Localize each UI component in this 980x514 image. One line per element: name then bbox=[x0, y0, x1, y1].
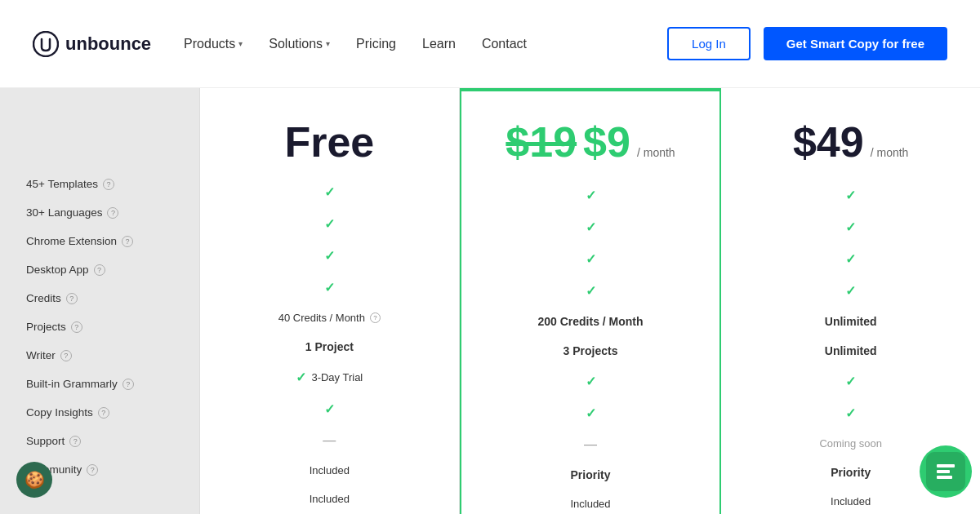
products-chevron-icon: ▾ bbox=[238, 39, 243, 48]
check-icon: ✓ bbox=[324, 216, 335, 232]
check-icon: ✓ bbox=[845, 219, 856, 235]
templates-help-icon[interactable]: ? bbox=[103, 179, 114, 190]
starter-projects: 3 Projects bbox=[481, 336, 701, 366]
check-icon: ✓ bbox=[845, 283, 856, 299]
starter-support: Priority bbox=[481, 460, 701, 490]
main-nav: Products ▾ Solutions ▾ Pricing Learn Con… bbox=[184, 37, 667, 51]
support-help-icon[interactable]: ? bbox=[69, 436, 81, 447]
starter-insights: — bbox=[481, 429, 701, 460]
desktop-help-icon[interactable]: ? bbox=[94, 264, 105, 276]
pro-check-languages: ✓ bbox=[741, 211, 960, 243]
check-icon: ✓ bbox=[845, 188, 856, 203]
starter-grammarly: ✓ bbox=[481, 397, 701, 429]
header-actions: Log In Get Smart Copy for free bbox=[667, 27, 947, 60]
check-icon: ✓ bbox=[845, 251, 856, 267]
starter-writer: ✓ bbox=[481, 366, 701, 397]
feature-writer: Writer ? bbox=[26, 341, 180, 370]
cookie-consent-button[interactable]: 🍪 bbox=[16, 462, 52, 498]
free-check-templates: ✓ bbox=[220, 176, 439, 208]
starter-check-chrome: ✓ bbox=[481, 243, 701, 275]
free-projects: 1 Project bbox=[220, 332, 439, 361]
projects-help-icon[interactable]: ? bbox=[71, 321, 82, 333]
pro-projects: Unlimited bbox=[741, 336, 960, 366]
free-features: ✓ ✓ ✓ ✓ 40 Credits / Month ? bbox=[220, 176, 439, 513]
pro-price: $49 bbox=[793, 117, 864, 166]
feature-grammarly: Built-in Grammarly ? bbox=[26, 370, 180, 398]
starter-check-languages: ✓ bbox=[481, 211, 701, 243]
feature-support: Support ? bbox=[26, 427, 180, 455]
grammarly-help-icon[interactable]: ? bbox=[122, 379, 134, 390]
highlight-border bbox=[461, 88, 720, 91]
header: unbounce Products ▾ Solutions ▾ Pricing … bbox=[0, 0, 980, 88]
feature-templates: 45+ Templates ? bbox=[26, 170, 180, 198]
svg-point-0 bbox=[33, 32, 58, 56]
feature-desktop-app: Desktop App ? bbox=[26, 255, 180, 284]
svg-rect-3 bbox=[937, 476, 952, 479]
pro-grammarly: ✓ bbox=[741, 397, 960, 429]
pro-credits: Unlimited bbox=[741, 307, 960, 336]
starter-check-templates: ✓ bbox=[481, 179, 701, 211]
starter-community: Included bbox=[481, 490, 701, 514]
feature-credits: Credits ? bbox=[26, 284, 180, 312]
nav-solutions[interactable]: Solutions ▾ bbox=[269, 37, 330, 51]
free-support: Included bbox=[220, 456, 439, 485]
check-icon: ✓ bbox=[324, 401, 335, 417]
widget-svg-icon bbox=[934, 460, 957, 483]
plan-free: Free ✓ ✓ ✓ ✓ 40 Credits / Month ? bbox=[200, 88, 460, 514]
trial-check-icon: ✓ bbox=[296, 370, 306, 385]
logo[interactable]: unbounce bbox=[33, 31, 151, 57]
languages-help-icon[interactable]: ? bbox=[107, 207, 118, 219]
feature-projects: Projects ? bbox=[26, 312, 180, 341]
chrome-help-icon[interactable]: ? bbox=[122, 236, 133, 247]
free-credits: 40 Credits / Month ? bbox=[220, 304, 439, 332]
check-icon: ✓ bbox=[845, 374, 856, 389]
feature-chrome-extension: Chrome Extension ? bbox=[26, 227, 180, 255]
feature-copy-insights: Copy Insights ? bbox=[26, 398, 180, 427]
check-icon: ✓ bbox=[324, 248, 335, 264]
pricing-section: 45+ Templates ? 30+ Languages ? Chrome E… bbox=[0, 88, 980, 514]
free-community: Included bbox=[220, 485, 439, 513]
starter-check-desktop: ✓ bbox=[481, 275, 701, 307]
check-icon: ✓ bbox=[586, 219, 596, 235]
plan-starter: $19 $9 / month ✓ ✓ ✓ ✓ bbox=[460, 88, 722, 514]
pro-per-month: / month bbox=[871, 146, 909, 159]
pro-price-container: $49 / month bbox=[793, 117, 908, 166]
nav-contact[interactable]: Contact bbox=[482, 37, 527, 51]
free-credits-help-icon[interactable]: ? bbox=[370, 312, 381, 323]
solutions-chevron-icon: ▾ bbox=[326, 39, 330, 48]
writer-help-icon[interactable]: ? bbox=[60, 350, 72, 361]
community-help-icon[interactable]: ? bbox=[87, 464, 98, 476]
starter-features: ✓ ✓ ✓ ✓ 200 Credits / Month 3 Projects bbox=[481, 179, 701, 514]
free-check-desktop: ✓ bbox=[220, 272, 439, 304]
check-icon: ✓ bbox=[586, 405, 596, 421]
starter-original-price: $19 bbox=[506, 117, 577, 166]
check-icon: ✓ bbox=[586, 283, 596, 299]
cookie-icon: 🍪 bbox=[24, 470, 45, 490]
login-button[interactable]: Log In bbox=[667, 27, 751, 60]
chat-widget-button[interactable] bbox=[920, 445, 972, 498]
svg-rect-2 bbox=[937, 470, 950, 473]
check-icon: ✓ bbox=[324, 280, 335, 295]
get-smart-copy-button[interactable]: Get Smart Copy for free bbox=[764, 27, 947, 60]
svg-rect-1 bbox=[937, 464, 955, 467]
widget-icon bbox=[926, 452, 965, 491]
check-icon: ✓ bbox=[586, 188, 596, 203]
pro-check-desktop: ✓ bbox=[741, 275, 960, 307]
logo-text: unbounce bbox=[65, 33, 151, 55]
pro-check-chrome: ✓ bbox=[741, 243, 960, 275]
starter-discounted-price: $9 bbox=[583, 117, 630, 166]
nav-pricing[interactable]: Pricing bbox=[356, 37, 396, 51]
nav-products[interactable]: Products ▾ bbox=[184, 37, 243, 51]
check-icon: ✓ bbox=[845, 405, 856, 421]
check-icon: ✓ bbox=[324, 184, 335, 200]
feature-languages: 30+ Languages ? bbox=[26, 198, 180, 227]
free-writer: ✓ bbox=[220, 393, 439, 425]
free-price: Free bbox=[284, 117, 374, 166]
nav-learn[interactable]: Learn bbox=[422, 37, 456, 51]
free-insights: — bbox=[220, 425, 439, 456]
free-check-chrome: ✓ bbox=[220, 240, 439, 272]
insights-help-icon[interactable]: ? bbox=[98, 407, 109, 419]
credits-help-icon[interactable]: ? bbox=[66, 293, 78, 304]
free-trial: ✓ 3-Day Trial bbox=[220, 361, 439, 393]
starter-per-month: / month bbox=[637, 146, 675, 159]
